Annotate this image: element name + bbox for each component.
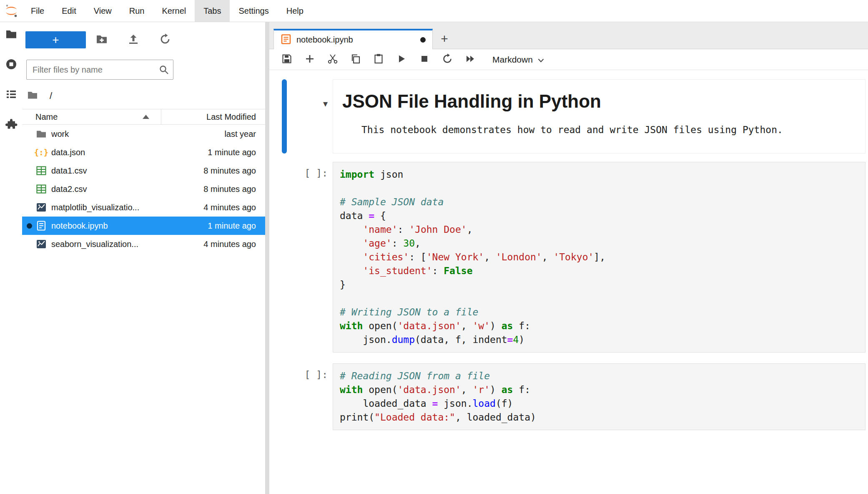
file-row-data2-csv[interactable]: data2.csv 8 minutes ago	[22, 180, 265, 198]
restart-kernel-button[interactable]	[436, 49, 459, 70]
stop-icon	[419, 53, 430, 66]
file-name: data1.csv	[51, 166, 161, 176]
running-indicator-dot	[27, 223, 32, 229]
file-modified: 8 minutes ago	[161, 184, 265, 194]
code-editor[interactable]: # Reading JSON from a filewith open('dat…	[333, 363, 865, 430]
file-row-seaborn-visualization[interactable]: seaborn_visualization... 4 minutes ago	[22, 235, 265, 253]
cell-prompt: [ ]:	[287, 162, 333, 353]
file-name: work	[51, 129, 161, 139]
interrupt-kernel-button[interactable]	[413, 49, 436, 70]
scissors-icon	[327, 53, 338, 66]
cut-cells-button[interactable]	[321, 49, 344, 70]
upload-button[interactable]	[118, 31, 149, 48]
file-modified: 4 minutes ago	[161, 203, 265, 212]
image-file-icon	[35, 238, 47, 250]
cell-prompt: [ ]:	[287, 363, 333, 430]
markdown-heading: JSON File Handling in Python	[342, 91, 856, 113]
cell-type-dropdown[interactable]: Markdown	[487, 49, 549, 70]
menu-item-tabs[interactable]: Tabs	[195, 0, 230, 22]
spreadsheet-file-icon	[35, 165, 47, 176]
code-cell-1[interactable]: [ ]: import json# Sample JSON datadata =…	[282, 162, 865, 353]
code-editor[interactable]: import json# Sample JSON datadata = { 'n…	[333, 162, 865, 353]
save-icon	[281, 53, 292, 66]
sort-ascending-icon	[143, 115, 149, 119]
image-file-icon	[35, 202, 47, 213]
breadcrumb: /	[27, 90, 265, 102]
file-modified: 1 minute ago	[161, 148, 265, 157]
save-button[interactable]	[275, 49, 298, 70]
table-of-contents-tab-icon[interactable]	[5, 88, 18, 101]
file-row-data-json[interactable]: {:} data.json 1 minute ago	[22, 143, 265, 161]
tab-notebook-ipynb[interactable]: notebook.ipynb	[273, 29, 433, 49]
chevron-down-icon	[538, 55, 544, 65]
copy-cells-button[interactable]	[344, 49, 367, 70]
new-folder-icon	[96, 33, 108, 46]
panel-splitter[interactable]	[265, 22, 269, 494]
file-name: seaborn_visualization...	[51, 239, 161, 249]
paste-icon	[373, 53, 384, 66]
new-tab-button[interactable]: +	[433, 28, 456, 49]
file-browser-toolbar: +	[22, 22, 265, 48]
name-column-label: Name	[35, 112, 58, 122]
notebook-toolbar: Markdown	[269, 49, 868, 70]
cell-collapser[interactable]	[282, 79, 287, 154]
markdown-cell[interactable]: ▾ JSON File Handling in Python This note…	[282, 79, 865, 154]
filter-files-input[interactable]	[26, 60, 173, 80]
markdown-paragraph: This notebook demonstrates how to read a…	[361, 124, 856, 135]
markdown-rendered-body[interactable]: JSON File Handling in Python This notebo…	[333, 79, 865, 154]
file-browser-panel: +	[22, 22, 265, 494]
file-modified: 1 minute ago	[161, 221, 265, 231]
menu-item-view[interactable]: View	[85, 0, 120, 22]
menu-item-help[interactable]: Help	[278, 0, 312, 22]
folder-icon	[35, 128, 47, 140]
sort-by-modified-header[interactable]: Last Modified	[161, 109, 265, 124]
file-list-header: Name Last Modified	[22, 109, 265, 125]
unsaved-changes-dot[interactable]	[420, 37, 426, 43]
run-cell-button[interactable]	[390, 49, 413, 70]
cell-collapser[interactable]	[282, 363, 287, 430]
sort-by-name-header[interactable]: Name	[22, 109, 161, 124]
file-filter	[26, 60, 173, 80]
extensions-tab-icon[interactable]	[5, 118, 18, 131]
upload-icon	[128, 33, 139, 46]
cell-collapser[interactable]	[282, 162, 287, 353]
breadcrumb-root[interactable]: /	[50, 91, 52, 101]
play-icon	[396, 53, 407, 66]
insert-cell-button[interactable]	[298, 49, 321, 70]
jupyter-logo-icon	[0, 0, 22, 22]
menu-item-settings[interactable]: Settings	[230, 0, 277, 22]
paste-cells-button[interactable]	[367, 49, 390, 70]
new-launcher-button[interactable]: +	[25, 31, 86, 48]
file-row-notebook-ipynb[interactable]: notebook.ipynb 1 minute ago	[22, 217, 265, 235]
home-folder-icon[interactable]	[27, 90, 38, 102]
file-name: data.json	[51, 148, 161, 157]
restart-icon	[442, 53, 453, 66]
menu-bar: File Edit View Run Kernel Tabs Settings …	[0, 0, 868, 22]
copy-icon	[350, 53, 361, 66]
menu-item-run[interactable]: Run	[120, 0, 153, 22]
plus-icon	[304, 53, 315, 66]
file-row-matplotlib-visualization[interactable]: matplotlib_visualizatio... 4 minutes ago	[22, 198, 265, 217]
heading-collapse-caret[interactable]: ▾	[287, 79, 333, 154]
menu-item-edit[interactable]: Edit	[53, 0, 85, 22]
new-folder-button[interactable]	[86, 31, 118, 48]
menu-item-kernel[interactable]: Kernel	[153, 0, 195, 22]
refresh-icon	[159, 33, 171, 46]
restart-run-all-button[interactable]	[459, 49, 482, 70]
left-sidebar	[0, 22, 22, 494]
refresh-file-list-button[interactable]	[149, 31, 181, 48]
running-sessions-tab-icon[interactable]	[5, 58, 18, 71]
cell-type-value: Markdown	[492, 55, 533, 65]
file-row-data1-csv[interactable]: data1.csv 8 minutes ago	[22, 161, 265, 180]
json-file-icon: {:}	[35, 146, 47, 158]
notebook-file-icon	[35, 220, 47, 232]
file-browser-tab-icon[interactable]	[5, 28, 18, 40]
menu-item-file[interactable]: File	[22, 0, 53, 22]
code-cell-2[interactable]: [ ]: # Reading JSON from a filewith open…	[282, 363, 865, 430]
file-name: matplotlib_visualizatio...	[51, 203, 161, 212]
file-modified: 4 minutes ago	[161, 239, 265, 249]
notebook-tab-icon	[281, 34, 291, 46]
file-row-work[interactable]: work last year	[22, 125, 265, 143]
workspace-body: +	[0, 22, 868, 494]
tab-title: notebook.ipynb	[296, 35, 415, 45]
